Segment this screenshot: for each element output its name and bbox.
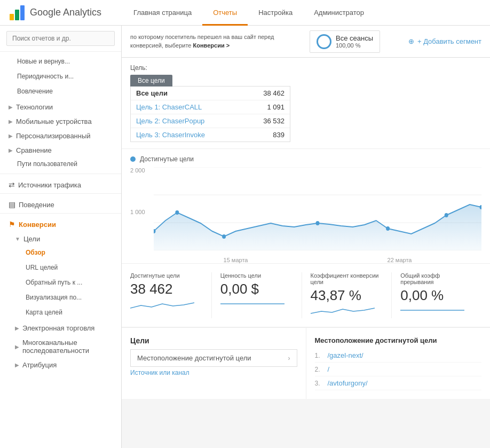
arrow-down-icon: ▼ bbox=[15, 236, 20, 242]
stat-label-value: Ценность цели bbox=[220, 272, 293, 279]
goals-link-location[interactable]: Местоположение достигнутой цели › bbox=[130, 349, 297, 367]
stat-box-value: Ценность цели 0,00 $ bbox=[212, 272, 302, 318]
chart-x-labels: 15 марта 22 марта bbox=[154, 257, 481, 263]
sidebar: Новые и вернув... Периодичность и... Вов… bbox=[0, 26, 122, 448]
sidebar-item-behavior[interactable]: ▤ Поведение bbox=[0, 196, 121, 211]
location-item-2[interactable]: 2. / bbox=[315, 363, 482, 376]
sidebar-item-label: Технологии bbox=[16, 103, 53, 111]
nav-tab-home[interactable]: Главная страница bbox=[123, 1, 202, 26]
location-item-3[interactable]: 3. /avtofurgony/ bbox=[315, 376, 482, 390]
sidebar-item-label: Обратный путь к ... bbox=[26, 279, 82, 286]
segment-chip-text: Все сеансы 100,00 % bbox=[336, 34, 373, 49]
goals-link-location-label: Местоположение достигнутой цели bbox=[137, 354, 288, 362]
flag-icon: ⚑ bbox=[9, 220, 15, 229]
sidebar-item-overview[interactable]: Обзор bbox=[0, 245, 121, 260]
sidebar-item-label: Новые и вернув... bbox=[17, 58, 70, 65]
logo-icon bbox=[9, 4, 26, 21]
location-label-2: / bbox=[328, 365, 330, 373]
sidebar-item-goal-urls[interactable]: URL целей bbox=[0, 260, 121, 275]
goal-name-3[interactable]: Цель 3: ChaserInvoke bbox=[136, 131, 205, 139]
source-link[interactable]: Источник или канал bbox=[130, 369, 297, 376]
add-segment-button[interactable]: ⊕ + Добавить сегмент bbox=[408, 37, 481, 45]
goal-name-1[interactable]: Цель 1: ChaserCALL bbox=[136, 103, 202, 111]
header: Google Analytics Главная страница Отчеты… bbox=[0, 0, 490, 26]
sidebar-item-label: Карта целей bbox=[26, 309, 62, 316]
content-area: по которому посетитель перешел на ваш са… bbox=[122, 26, 490, 448]
stat-label-conversion: Коэффициент конверсии цели bbox=[311, 272, 383, 285]
chart-dot bbox=[175, 210, 179, 215]
segment-chip: Все сеансы 100,00 % bbox=[310, 30, 380, 53]
stat-value-goals: 38 462 bbox=[130, 281, 203, 297]
sidebar-item-visualization[interactable]: Визуализация по... bbox=[0, 290, 121, 305]
sidebar-item-label: Электронная торговля bbox=[22, 324, 94, 332]
chart-fill bbox=[154, 205, 481, 250]
y-label-top: 2 000 bbox=[130, 167, 145, 174]
location-section: Местоположение достигнутой цели 1. /gaze… bbox=[306, 328, 491, 399]
nav-tab-settings[interactable]: Настройка bbox=[248, 1, 303, 26]
sidebar-item-ecommerce[interactable]: ▶ Электронная торговля bbox=[0, 320, 121, 334]
sidebar-item-technology[interactable]: ▶ Технологии bbox=[0, 99, 121, 113]
segment-circle bbox=[317, 34, 331, 49]
x-label-2: 22 марта bbox=[388, 257, 412, 263]
stat-label-goals: Достигнутые цели bbox=[130, 272, 203, 279]
sidebar-item-label: Сравнение bbox=[16, 146, 52, 154]
sidebar-item-label: Многоканальные последовательности bbox=[22, 339, 115, 355]
location-title: Местоположение достигнутой цели bbox=[315, 336, 482, 344]
main-layout: Новые и вернув... Периодичность и... Вов… bbox=[0, 26, 490, 448]
goals-tab[interactable]: Все цели bbox=[130, 75, 172, 87]
sidebar-item-label: Цели bbox=[23, 235, 40, 243]
location-item-1[interactable]: 1. /gazel-next/ bbox=[315, 349, 482, 363]
goals-label: Цель: bbox=[130, 64, 481, 72]
sidebar-item-reverse-path[interactable]: Обратный путь к ... bbox=[0, 275, 121, 290]
svg-rect-0 bbox=[10, 14, 14, 20]
goals-row-3: Цель 3: ChaserInvoke 839 bbox=[131, 128, 290, 142]
sidebar-item-personalized[interactable]: ▶ Персонализированный bbox=[0, 128, 121, 142]
sidebar-item-multichannel[interactable]: ▶ Многоканальные последовательности bbox=[0, 334, 121, 357]
nav-tab-admin[interactable]: Администратор bbox=[303, 1, 375, 26]
sidebar-item-engagement[interactable]: Вовлечение bbox=[0, 84, 121, 99]
sparkline-conversion bbox=[311, 304, 375, 317]
chevron-right-icon: › bbox=[288, 355, 290, 362]
sidebar-item-frequency[interactable]: Периодичность и... bbox=[0, 69, 121, 84]
legend-label: Достигнутые цели bbox=[140, 155, 194, 163]
arrow-icon: ▶ bbox=[9, 147, 13, 153]
chart-section: Достигнутые цели 2 000 1 000 bbox=[122, 149, 490, 264]
arrow-icon: ▶ bbox=[9, 119, 13, 124]
goal-name-all: Все цели bbox=[136, 89, 168, 97]
sidebar-item-label: Вовлечение bbox=[17, 88, 53, 95]
sidebar-item-goal-map[interactable]: Карта целей bbox=[0, 305, 121, 320]
y-label-mid: 1 000 bbox=[130, 209, 145, 215]
stat-value-abandonment: 0,00 % bbox=[400, 287, 473, 304]
location-label-3: /avtofurgony/ bbox=[328, 379, 368, 387]
search-box bbox=[0, 26, 121, 52]
chart-y-labels: 2 000 1 000 bbox=[130, 167, 145, 250]
nav-tab-reports[interactable]: Отчеты bbox=[202, 1, 248, 26]
divider2 bbox=[0, 193, 121, 194]
sparkline-goals bbox=[130, 297, 194, 310]
sidebar-item-traffic-sources[interactable]: ⇄ Источники трафика bbox=[0, 176, 121, 191]
sidebar-item-goals[interactable]: ▼ Цели bbox=[0, 231, 121, 245]
goals-row-all: Все цели 38 462 bbox=[131, 87, 290, 100]
location-num-2: 2. bbox=[315, 366, 323, 373]
sidebar-item-user-paths[interactable]: Пути пользователей bbox=[0, 156, 121, 171]
plus-icon: ⊕ bbox=[408, 37, 414, 45]
sidebar-item-conversions[interactable]: ⚑ Конверсии bbox=[0, 216, 121, 231]
goals-links-section: Цели Местоположение достигнутой цели › И… bbox=[122, 328, 306, 399]
goals-table: Все цели 38 462 Цель 1: ChaserCALL 1 091… bbox=[130, 86, 290, 142]
stat-value-value: 0,00 $ bbox=[220, 281, 293, 297]
sidebar-item-new-returning[interactable]: Новые и вернув... bbox=[0, 54, 121, 69]
segment-info-link[interactable]: Конверсии > bbox=[193, 42, 230, 49]
sidebar-item-comparison[interactable]: ▶ Сравнение bbox=[0, 142, 121, 156]
divider bbox=[0, 174, 121, 174]
svg-rect-2 bbox=[20, 5, 25, 20]
segment-bar: по которому посетитель перешел на ваш са… bbox=[122, 26, 490, 58]
sidebar-item-label: Мобильные устройства bbox=[16, 117, 92, 125]
bottom-row: Цели Местоположение достигнутой цели › И… bbox=[122, 327, 490, 399]
traffic-icon: ⇄ bbox=[9, 180, 15, 189]
goal-name-2[interactable]: Цель 2: ChaserPopup bbox=[136, 117, 204, 125]
sidebar-item-label: Поведение bbox=[19, 201, 54, 209]
sidebar-item-attribution[interactable]: ▶ Атрибуция bbox=[0, 357, 121, 371]
chart-dot bbox=[315, 221, 319, 225]
sidebar-item-mobile[interactable]: ▶ Мобильные устройства bbox=[0, 113, 121, 128]
search-input[interactable] bbox=[6, 31, 115, 46]
